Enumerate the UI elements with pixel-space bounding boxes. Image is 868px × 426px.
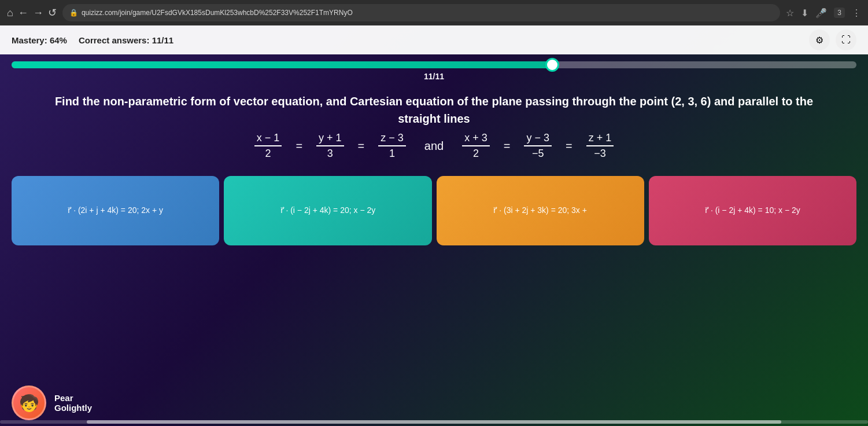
eq1: = [296,139,302,153]
answer-b-text: r⃗ · (i − 2j + 4k) = 20; x − 2y [280,203,376,218]
frac-y2: y − 3 −5 [524,132,552,160]
frac-x1: x − 1 2 [254,132,282,160]
reload-icon[interactable]: ↺ [48,6,57,19]
answer-option-a[interactable]: r⃗ · (2i + j + 4k) = 20; 2x + y [12,176,219,245]
download-icon[interactable]: ⬇ [801,8,808,19]
connector-and: and [424,139,444,153]
mastery-label: Mastery: 64% [12,35,67,45]
url-text: quizizz.com/join/game/U2FsdGVkX185sDumKl… [82,9,353,17]
bottom-bar: 🧒 Pear Golightly [0,380,868,426]
avatar: 🧒 [12,385,46,420]
top-bar: Mastery: 64% Correct answers: 11/11 ⚙ ⛶ [0,25,868,54]
ext-icon[interactable]: 3 [834,8,845,18]
forward-icon[interactable]: → [33,7,43,19]
answer-a-text: r⃗ · (2i + j + 4k) = 20; 2x + y [68,203,163,218]
main-content: Mastery: 64% Correct answers: 11/11 ⚙ ⛶ … [0,25,868,426]
fullscreen-button[interactable]: ⛶ [836,30,856,50]
eq3: = [504,139,511,153]
answer-option-d[interactable]: r⃗ · (i − 2j + 4k) = 10; x − 2y [649,176,856,245]
top-bar-icons: ⚙ ⛶ [809,30,856,50]
back-icon[interactable]: ← [18,7,28,19]
username: Pear Golightly [54,393,92,413]
settings-button[interactable]: ⚙ [809,30,830,50]
answer-c-text: r⃗ · (3i + 2j + 3k) = 20; 3x + [493,203,587,218]
answers-grid: r⃗ · (2i + j + 4k) = 20; 2x + y r⃗ · (i … [0,171,868,250]
menu-icon[interactable]: ⋮ [852,8,861,19]
progress-container: 11/11 [0,61,868,81]
question-area: Find the non-parametric form of vector e… [0,81,868,171]
frac-z2: z + 1 −3 [586,132,614,160]
progress-label: 11/11 [12,72,856,81]
frac-y1: y + 1 3 [316,132,344,160]
home-icon[interactable]: ⌂ [7,7,13,19]
answer-d-text: r⃗ · (i − 2j + 4k) = 10; x − 2y [705,203,800,218]
eq2: = [358,139,365,153]
browser-actions: ☆ ⬇ 🎤 3 ⋮ [786,8,861,19]
correct-answers-label: Correct answers: 11/11 [79,35,173,45]
progress-fill [12,61,552,68]
frac-z1: z − 3 1 [378,132,406,160]
progress-marker [545,58,559,72]
math-equations: x − 1 2 = y + 1 3 = z − 3 1 and x + 3 2 … [35,132,833,160]
address-bar[interactable]: 🔒 quizizz.com/join/game/U2FsdGVkX185sDum… [62,4,780,21]
nav-icons: ⌂ ← → ↺ [7,6,57,19]
browser-chrome: ⌂ ← → ↺ 🔒 quizizz.com/join/game/U2FsdGVk… [0,0,868,25]
progress-track [12,61,856,68]
star-icon[interactable]: ☆ [786,8,794,19]
secure-icon: 🔒 [69,9,78,17]
answer-option-b[interactable]: r⃗ · (i − 2j + 4k) = 20; x − 2y [224,176,431,245]
answer-option-c[interactable]: r⃗ · (3i + 2j + 3k) = 20; 3x + [437,176,644,245]
frac-x2: x + 3 2 [462,132,490,160]
question-text: Find the non-parametric form of vector e… [35,93,833,127]
eq4: = [566,139,572,153]
mic-icon[interactable]: 🎤 [815,8,827,19]
